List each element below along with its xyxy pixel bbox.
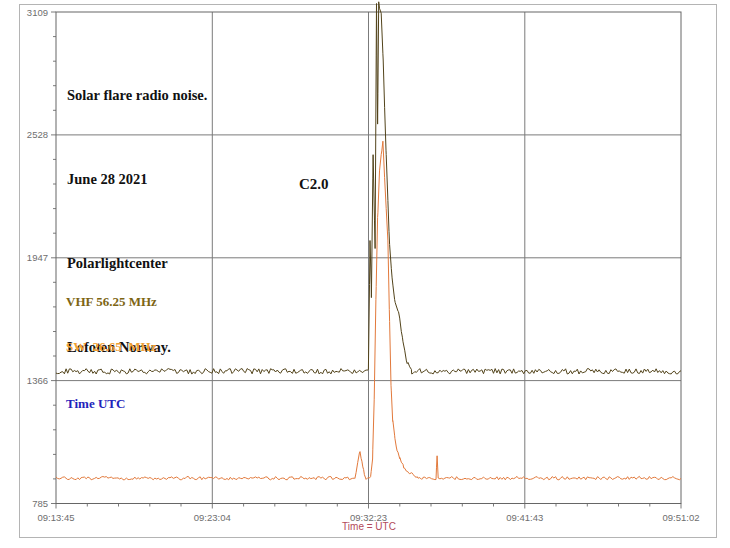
y-tick-label: 1947	[27, 252, 48, 263]
y-tick-label: 1366	[27, 375, 48, 386]
y-tick-label: 3109	[27, 7, 48, 18]
legend-sw: SW 26.65 MHz	[66, 339, 157, 354]
flare-class-label: C2.0	[299, 176, 329, 193]
title-line-1: Solar flare radio noise.	[67, 81, 207, 109]
x-axis-note: Time = UTC	[342, 521, 396, 532]
x-tick-label: 09:23:04	[194, 512, 231, 523]
title-line-2: June 28 2021	[67, 165, 207, 193]
x-tick-label: 09:13:45	[38, 512, 75, 523]
legend-time: Time UTC	[66, 396, 157, 411]
solar-flare-chart-page: 09:13:4509:23:0409:32:2309:41:4309:51:02…	[0, 0, 730, 548]
y-tick-label: 2528	[27, 129, 48, 140]
chart-legend: VHF 56.25 MHz SW 26.65 MHz Time UTC	[66, 264, 157, 441]
x-tick-label: 09:51:02	[663, 512, 700, 523]
y-tick-label: 785	[32, 498, 48, 509]
x-tick-label: 09:41:43	[506, 512, 543, 523]
legend-vhf: VHF 56.25 MHz	[66, 294, 157, 309]
